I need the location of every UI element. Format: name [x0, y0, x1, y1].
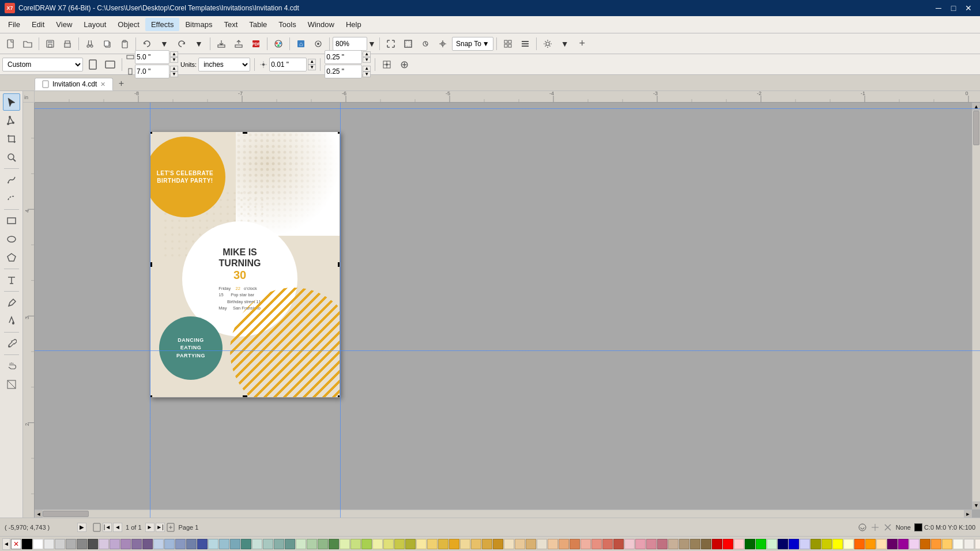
swatch-c8e0d8[interactable] — [252, 539, 262, 549]
no-fill-swatch[interactable]: ✕ — [11, 539, 21, 549]
menu-layout[interactable]: Layout — [78, 18, 112, 31]
full-screen-button[interactable] — [383, 36, 399, 51]
swatch-dark-yellow[interactable] — [811, 539, 821, 549]
cut-button[interactable] — [82, 36, 98, 51]
swatch-off-white[interactable] — [964, 539, 974, 549]
swatch-white[interactable] — [33, 539, 43, 549]
swatch-red1[interactable] — [613, 539, 624, 549]
swatch-black[interactable] — [22, 539, 32, 549]
swatch-d87060[interactable] — [602, 539, 613, 549]
menu-text[interactable]: Text — [218, 18, 243, 31]
polygon-tool[interactable] — [3, 249, 20, 266]
freehand-tool[interactable] — [3, 171, 20, 188]
swatch-light-purple[interactable] — [909, 539, 919, 549]
swatch-yellow1[interactable] — [405, 539, 416, 549]
swatch-f0e0c0[interactable] — [504, 539, 514, 549]
bottom-scrollbar[interactable]: ◄ ► — [35, 510, 972, 518]
zoom-tool[interactable] — [3, 149, 20, 166]
canvas-area[interactable]: in -8 -7 -6 -5 — [23, 91, 980, 518]
snap-to-button[interactable] — [435, 36, 451, 51]
menu-table[interactable]: Table — [243, 18, 273, 31]
swatch-c8e080[interactable] — [350, 539, 361, 549]
undo-button[interactable] — [139, 36, 155, 51]
publish-button[interactable]: PDF — [248, 36, 264, 51]
swatch-brown2[interactable] — [679, 539, 689, 549]
swatch-light-orange[interactable] — [876, 539, 887, 549]
swatch-teal[interactable] — [241, 539, 251, 549]
width-input[interactable] — [135, 50, 169, 64]
swatch-orange1[interactable] — [493, 539, 503, 549]
swatch-pure-green[interactable] — [756, 539, 766, 549]
prev-page-button[interactable]: ◄ — [113, 523, 122, 532]
maximize-button[interactable]: □ — [947, 3, 960, 13]
swatch-7080a8[interactable] — [186, 539, 197, 549]
list-view-button[interactable] — [517, 36, 533, 51]
grid-y-down[interactable]: ▼ — [363, 71, 371, 77]
swatch-yellow2[interactable] — [821, 539, 832, 549]
menu-object[interactable]: Object — [112, 18, 145, 31]
minimize-button[interactable]: ─ — [932, 3, 945, 13]
menu-bitmaps[interactable]: Bitmaps — [179, 18, 218, 31]
welcome-button[interactable]: ⌂ — [293, 36, 309, 51]
nudge-up[interactable]: ▲ — [308, 59, 316, 65]
palette-scroll-left[interactable]: ◄ — [2, 538, 10, 550]
swatch-warm-white[interactable] — [975, 539, 980, 549]
swatch-505050[interactable] — [88, 539, 98, 549]
swatch-purple[interactable] — [898, 539, 909, 549]
swatch-f0d898[interactable] — [460, 539, 470, 549]
grid-y-up[interactable]: ▲ — [363, 66, 371, 71]
menu-tools[interactable]: Tools — [273, 18, 301, 31]
swatch-f8e8a0[interactable] — [416, 539, 427, 549]
tab-close-button[interactable]: ✕ — [100, 81, 105, 88]
swatch-c8c848[interactable] — [394, 539, 405, 549]
swatch-a8c8c0[interactable] — [263, 539, 273, 549]
undo-dropdown[interactable]: ▼ — [156, 36, 172, 51]
snap-settings-button[interactable] — [379, 58, 394, 71]
swatch-green2[interactable] — [329, 539, 339, 549]
close-button[interactable]: ✕ — [962, 3, 975, 13]
shape-tool[interactable] — [3, 112, 20, 129]
color-settings-button[interactable] — [270, 36, 287, 51]
menu-window[interactable]: Window — [302, 18, 340, 31]
last-page-button[interactable]: ►| — [156, 523, 165, 532]
view-button[interactable] — [310, 36, 326, 51]
swatch-e89080[interactable] — [591, 539, 602, 549]
smart-draw-tool[interactable] — [3, 190, 20, 207]
height-up[interactable]: ▲ — [170, 66, 178, 71]
swatch-e0b840[interactable] — [438, 539, 448, 549]
view-grid-button[interactable] — [500, 36, 516, 51]
width-up[interactable]: ▲ — [170, 51, 178, 57]
swatch-a888b8[interactable] — [120, 539, 131, 549]
swatch-orange3[interactable] — [865, 539, 876, 549]
import-button[interactable] — [213, 36, 229, 51]
text-tool[interactable] — [3, 271, 20, 289]
swatch-f0c8a0[interactable] — [548, 539, 558, 549]
swatch-gold[interactable] — [449, 539, 459, 549]
swatch-pure-blue[interactable] — [789, 539, 799, 549]
preset-select[interactable]: Custom — [2, 58, 83, 71]
nudge-input[interactable] — [269, 58, 307, 71]
grid-x-down[interactable]: ▼ — [363, 57, 371, 63]
new-button[interactable] — [2, 36, 18, 51]
view-mode-button[interactable] — [417, 36, 434, 51]
swatch-e0f0b0[interactable] — [340, 539, 350, 549]
plus-circle-button[interactable]: ⊕ — [397, 58, 412, 71]
redo-dropdown[interactable]: ▼ — [191, 36, 207, 51]
swatch-med-orange[interactable] — [931, 539, 941, 549]
swatch-dark-green[interactable] — [745, 539, 755, 549]
height-input[interactable] — [135, 65, 169, 78]
copy-button[interactable] — [99, 36, 115, 51]
swatch-light-pink[interactable] — [734, 539, 744, 549]
swatch-light-blue[interactable] — [800, 539, 810, 549]
swatch-bright-orange[interactable] — [942, 539, 952, 549]
plus-button[interactable]: + — [574, 36, 590, 51]
swatch-tan[interactable] — [537, 539, 547, 549]
swatch-light-green[interactable] — [767, 539, 777, 549]
canvas-inner[interactable]: LET'S CELEBRATE BIRTHDAY PARTY! MIKE IS … — [35, 103, 980, 518]
swatch-f0b0a0[interactable] — [581, 539, 591, 549]
swatch-d8a840[interactable] — [482, 539, 492, 549]
rectangle-tool[interactable] — [3, 212, 20, 229]
swatch-e8c898[interactable] — [515, 539, 525, 549]
nudge-down[interactable]: ▼ — [308, 65, 316, 70]
swatch-e8a0b0[interactable] — [635, 539, 646, 549]
